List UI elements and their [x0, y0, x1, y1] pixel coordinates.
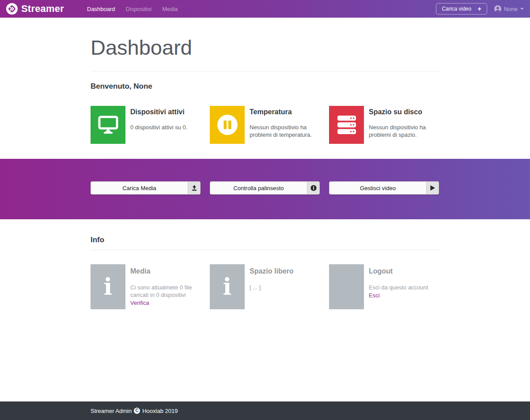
- copyright-icon: C: [134, 408, 140, 414]
- info-card-spazio-libero: i Spazio libero [ ... ]: [210, 264, 329, 309]
- info-card-text: [ ... ]: [250, 284, 294, 291]
- status-card-dispositivi-attivi: Dispositivi attivi 0 dispositivi attivi …: [91, 106, 210, 144]
- info-card-title: Media: [130, 267, 210, 275]
- status-card-temperatura: Temperatura Nessun dispositivio ha probl…: [210, 106, 329, 144]
- user-icon: [494, 5, 501, 12]
- chevron-down-icon: [520, 8, 524, 10]
- divider: [91, 250, 439, 250]
- welcome-heading: Benvenuto, None: [91, 82, 439, 91]
- user-label: None: [504, 6, 518, 12]
- page-title: Dashboard: [91, 35, 439, 60]
- status-card-title: Dispositivi attivi: [130, 108, 187, 116]
- navbar: Streamer Dashboard Dispositivi Media Car…: [0, 0, 530, 18]
- server-icon: [329, 106, 364, 144]
- status-card-text: 0 dispositivi attivi su 0.: [130, 124, 187, 131]
- info-icon: i: [91, 264, 125, 309]
- carica-media-label: Carica Media: [91, 182, 188, 194]
- pause-icon: [210, 106, 245, 144]
- footer-text-right: Hooxlab 2019: [142, 408, 178, 414]
- gestisci-video-button[interactable]: Gestisci video: [329, 181, 439, 195]
- upload-icon: [188, 182, 200, 194]
- info-card-media: i Media Ci sono attualmete 0 file carica…: [91, 264, 210, 309]
- user-menu[interactable]: None: [494, 5, 524, 12]
- info-icon: i: [210, 264, 245, 309]
- status-cards-row: Dispositivi attivi 0 dispositivi attivi …: [91, 106, 439, 144]
- nav-item-dashboard[interactable]: Dashboard: [82, 4, 121, 14]
- monitor-icon: [91, 106, 125, 144]
- status-card-title: Spazio su disco: [369, 108, 439, 116]
- navbar-right: Carica video + None: [436, 3, 524, 15]
- info-card-text: Ci sono attualmete 0 file caricati in 0 …: [130, 284, 210, 299]
- logout-icon-placeholder: [329, 264, 364, 309]
- main-content: Dashboard Benvenuto, None Dispositivi at…: [0, 18, 530, 309]
- status-card-text: Nessun dispositivio ha problemi di spazi…: [369, 124, 439, 139]
- gestisci-video-label: Gestisci video: [329, 182, 426, 194]
- carica-video-label: Carica video: [442, 6, 471, 12]
- plus-icon: +: [477, 7, 481, 11]
- carica-video-button[interactable]: Carica video +: [436, 3, 487, 15]
- info-card-logout: Logout Esci da questo account Esci: [329, 264, 439, 309]
- carica-media-button[interactable]: Carica Media: [91, 181, 201, 195]
- controlla-palinsesto-label: Controlla palinsesto: [210, 182, 307, 194]
- info-section-title: Info: [91, 236, 439, 244]
- footer-text-left: Streamer Admin: [91, 408, 132, 414]
- info-card-title: Spazio libero: [250, 267, 294, 275]
- nav-items: Dashboard Dispositivi Media: [82, 4, 183, 14]
- info-cards-row: i Media Ci sono attualmete 0 file carica…: [91, 264, 439, 309]
- nav-item-dispositivi[interactable]: Dispositivi: [121, 4, 157, 14]
- divider: [91, 71, 439, 71]
- verifica-link[interactable]: Verifica: [130, 300, 149, 306]
- esci-link[interactable]: Esci: [369, 292, 380, 299]
- info-card-text: Esci da questo account: [369, 284, 428, 291]
- streamer-logo-icon: [6, 3, 18, 15]
- status-card-title: Temperatura: [250, 108, 329, 116]
- info-icon: [307, 182, 319, 194]
- action-band: Carica Media Controlla palinsesto: [0, 159, 530, 219]
- brand-name: Streamer: [21, 3, 64, 15]
- brand[interactable]: Streamer: [6, 3, 64, 15]
- status-card-text: Nessun dispositivio ha problemi di tempe…: [250, 124, 329, 139]
- status-card-spazio-su-disco: Spazio su disco Nessun dispositivio ha p…: [329, 106, 439, 144]
- play-icon: [426, 182, 439, 194]
- info-card-title: Logout: [369, 267, 428, 275]
- controlla-palinsesto-button[interactable]: Controlla palinsesto: [210, 181, 320, 195]
- footer: Streamer Admin C Hooxlab 2019: [0, 401, 530, 420]
- nav-item-media[interactable]: Media: [157, 4, 183, 14]
